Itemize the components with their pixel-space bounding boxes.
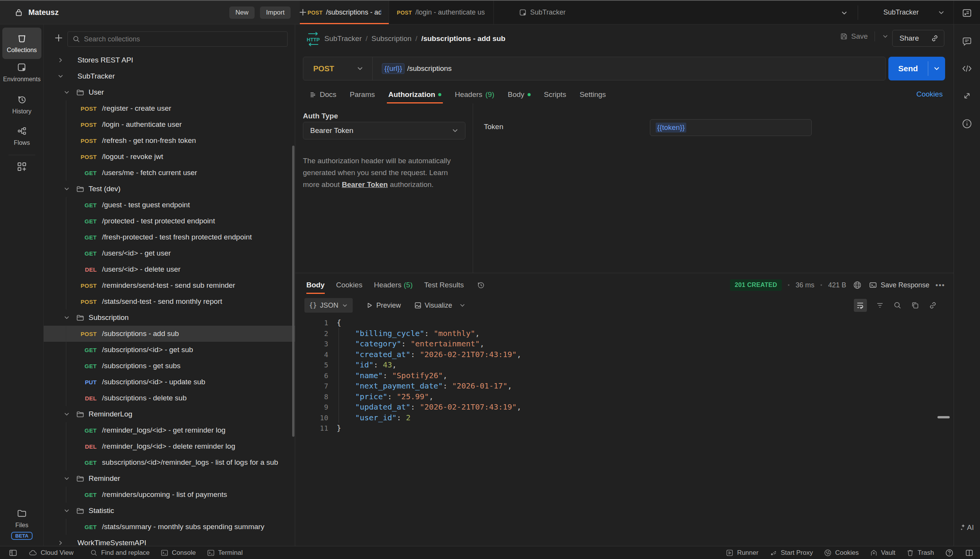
chevron-down-icon[interactable] bbox=[63, 314, 71, 321]
link-icon[interactable] bbox=[928, 301, 937, 310]
sidebar-folder-item[interactable]: Statistic bbox=[44, 503, 295, 519]
sidebar-request-item[interactable]: GET/reminders/upcoming - list of payment… bbox=[44, 486, 295, 503]
tab-login-authenticate[interactable]: POST /login - authenticate us bbox=[389, 1, 494, 24]
breadcrumb-folder[interactable]: Subscription bbox=[371, 35, 412, 43]
save-response-button[interactable]: Save Response bbox=[869, 280, 929, 289]
sidebar-request-item[interactable]: GET/subscriptions - get subs bbox=[44, 358, 295, 374]
tab-response-body[interactable]: Body bbox=[306, 276, 325, 294]
sidebar-request-item[interactable]: POST/register - create user bbox=[44, 100, 295, 116]
response-time[interactable]: 36 ms bbox=[796, 281, 814, 289]
tab-response-headers[interactable]: Headers (5) bbox=[374, 276, 413, 294]
sidebar-request-item[interactable]: DEL/reminder_logs/<id> - delete reminder… bbox=[44, 438, 295, 455]
sidebar-item-collections[interactable]: Collections bbox=[2, 28, 41, 59]
token-input[interactable]: {{token}} bbox=[650, 119, 812, 136]
response-body-code[interactable]: 1{2 "billing_cycle": "monthly",3 "catego… bbox=[295, 318, 932, 434]
import-button[interactable]: Import bbox=[260, 7, 291, 19]
sidebar-request-item[interactable]: POST/reminders/send-test - send sub remi… bbox=[44, 278, 295, 293]
sidebar-request-item[interactable]: GET/users/<id> - get user bbox=[44, 245, 295, 261]
sidebar-request-item[interactable]: GET/fresh-protected - test fresh protect… bbox=[44, 229, 295, 245]
tab-subscriptions-add-sub[interactable]: POST /subscriptions - add su bbox=[300, 1, 389, 24]
related-requests-icon[interactable] bbox=[962, 91, 972, 101]
sidebar-more-modules-button[interactable] bbox=[0, 161, 44, 172]
chevron-down-icon[interactable] bbox=[63, 185, 71, 192]
sidebar-request-item[interactable]: GET/guest - test guest endpoint bbox=[44, 197, 295, 213]
sidebar-request-item[interactable]: DEL/subscriptions - delete sub bbox=[44, 390, 295, 406]
chevron-down-icon[interactable] bbox=[57, 73, 65, 80]
tab-settings[interactable]: Settings bbox=[580, 86, 606, 103]
response-format-select[interactable]: {} JSON bbox=[304, 298, 353, 313]
method-selector[interactable]: POST bbox=[303, 64, 372, 73]
response-more-actions-icon[interactable]: ••• bbox=[935, 281, 945, 289]
toggle-sidebar-icon[interactable] bbox=[8, 548, 18, 557]
chevron-down-icon[interactable] bbox=[63, 89, 71, 96]
tab-body[interactable]: Body bbox=[507, 86, 530, 103]
send-button[interactable]: Send bbox=[888, 57, 945, 81]
sidebar-request-item[interactable]: GETsubscriptions/<id>/reminder_logs - li… bbox=[44, 455, 295, 470]
breadcrumb-current[interactable]: /subscriptions - add sub bbox=[421, 35, 506, 43]
search-response-icon[interactable] bbox=[893, 301, 902, 310]
preview-button[interactable]: Preview bbox=[366, 301, 401, 309]
breadcrumb-collection[interactable]: SubTracker bbox=[324, 35, 362, 43]
tab-list-chevron-icon[interactable] bbox=[841, 9, 848, 17]
chevron-down-icon[interactable] bbox=[63, 475, 71, 482]
new-tab-button[interactable] bbox=[298, 8, 307, 17]
sidebar-request-item[interactable]: PUT/subscriptions/<id> - update sub bbox=[44, 374, 295, 390]
sidebar-item-files[interactable]: Files BETA bbox=[0, 508, 44, 540]
visualize-button[interactable]: Visualize bbox=[414, 301, 453, 309]
sidebar-request-item[interactable]: GET/reminder_logs/<id> - get reminder lo… bbox=[44, 422, 295, 438]
chevron-down-icon[interactable] bbox=[63, 411, 71, 418]
auth-type-select[interactable]: Bearer Token bbox=[303, 122, 466, 139]
environment-quick-look-icon[interactable] bbox=[961, 7, 973, 19]
tab-subtracker-collection[interactable]: SubTracker bbox=[494, 1, 590, 24]
bearer-token-doc-link[interactable]: Bearer Token bbox=[342, 180, 388, 189]
tab-docs[interactable]: Docs bbox=[309, 86, 336, 103]
response-scrollbar[interactable] bbox=[937, 416, 950, 418]
chevron-right-icon[interactable] bbox=[57, 57, 65, 64]
sidebar-request-item[interactable]: GET/protected - test protected endpoint bbox=[44, 213, 295, 229]
tab-test-results[interactable]: Test Results bbox=[424, 276, 464, 294]
tab-response-cookies[interactable]: Cookies bbox=[336, 276, 363, 294]
tab-scripts[interactable]: Scripts bbox=[544, 86, 566, 103]
sidebar-folder-item[interactable]: ReminderLog bbox=[44, 406, 295, 422]
vault-button[interactable]: Vault bbox=[870, 549, 895, 557]
cookies-button[interactable]: Cookies bbox=[824, 549, 859, 557]
sidebar-item-history[interactable]: History bbox=[0, 94, 44, 115]
find-and-replace-button[interactable]: Find and replace bbox=[90, 549, 150, 557]
viewer-options-chevron-icon[interactable] bbox=[459, 302, 466, 309]
sidebar-request-item[interactable]: POST/subscriptions - add sub bbox=[44, 326, 295, 342]
wrap-lines-icon[interactable] bbox=[854, 299, 867, 312]
sidebar-request-item[interactable]: POST/login - authenticate user bbox=[44, 116, 295, 132]
cookies-link[interactable]: Cookies bbox=[916, 90, 943, 98]
tab-headers[interactable]: Headers (9) bbox=[455, 86, 494, 103]
chevron-right-icon[interactable] bbox=[57, 539, 65, 546]
chevron-down-icon[interactable] bbox=[63, 507, 71, 514]
workspace-name[interactable]: Mateusz bbox=[28, 8, 59, 17]
url-input[interactable]: {{url}} /subscriptions bbox=[373, 63, 452, 74]
sidebar-request-item[interactable]: POST/stats/send-test - send monthly repo… bbox=[44, 293, 295, 309]
sidebar-folder-item[interactable]: Subscription bbox=[44, 309, 295, 326]
response-size[interactable]: 421 B bbox=[828, 281, 846, 289]
comment-icon[interactable] bbox=[961, 36, 973, 48]
runner-button[interactable]: Runner bbox=[725, 549, 758, 557]
add-collection-button[interactable] bbox=[54, 33, 64, 43]
tab-authorization[interactable]: Authorization bbox=[388, 86, 441, 103]
save-options-chevron-icon[interactable] bbox=[882, 33, 889, 40]
send-options-chevron-icon[interactable] bbox=[928, 65, 945, 73]
console-button[interactable]: Console bbox=[160, 549, 196, 557]
code-snippet-icon[interactable] bbox=[961, 63, 973, 74]
help-icon[interactable] bbox=[945, 548, 954, 557]
share-button[interactable]: Share bbox=[892, 30, 944, 47]
response-history-icon[interactable] bbox=[476, 280, 486, 289]
sidebar-folder-item[interactable]: Test (dev) bbox=[44, 181, 295, 197]
sidebar-request-item[interactable]: POST/logout - revoke jwt bbox=[44, 149, 295, 165]
tab-params[interactable]: Params bbox=[350, 86, 375, 103]
copy-icon[interactable] bbox=[910, 301, 920, 310]
trash-button[interactable]: Trash bbox=[906, 549, 934, 557]
sidebar-request-item[interactable]: POST/refresh - get non-fresh token bbox=[44, 132, 295, 149]
sidebar-collection-item[interactable]: Stores REST API bbox=[44, 52, 295, 68]
sidebar-folder-item[interactable]: User bbox=[44, 84, 295, 100]
terminal-button[interactable]: Terminal bbox=[207, 549, 243, 557]
network-globe-icon[interactable] bbox=[852, 280, 862, 290]
sidebar-folder-item[interactable]: Reminder bbox=[44, 470, 295, 486]
sidebar-item-environments[interactable]: Environments bbox=[0, 62, 44, 83]
